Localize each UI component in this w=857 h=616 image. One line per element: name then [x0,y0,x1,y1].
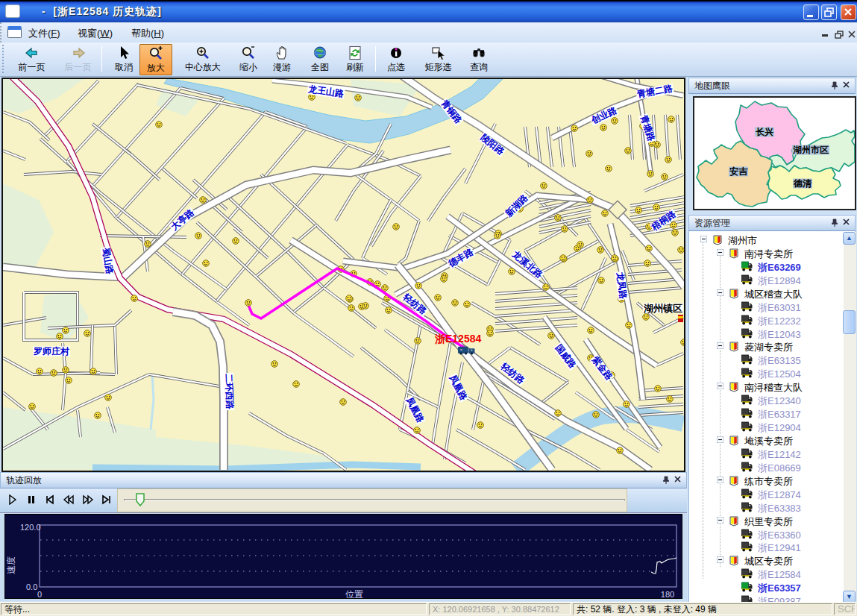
svg-text:180: 180 [661,590,674,598]
svg-text:120.0: 120.0 [20,523,41,532]
svg-text:位置: 位置 [345,589,363,598]
svg-text:0.0: 0.0 [26,582,37,591]
svg-text:速度: 速度 [6,556,16,574]
svg-text:0: 0 [37,590,42,598]
